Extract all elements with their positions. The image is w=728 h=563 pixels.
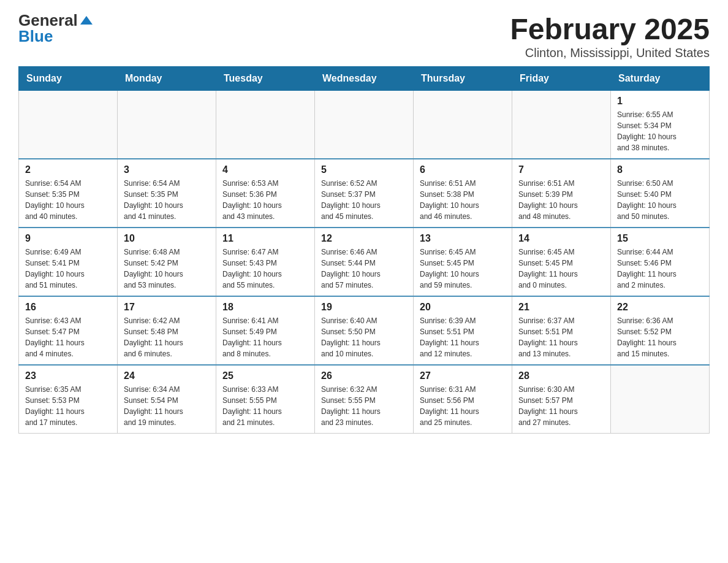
day-info: Sunrise: 6:54 AM Sunset: 5:35 PM Dayligh… [25, 178, 111, 222]
day-info: Sunrise: 6:39 AM Sunset: 5:51 PM Dayligh… [420, 315, 506, 359]
day-info: Sunrise: 6:51 AM Sunset: 5:38 PM Dayligh… [420, 178, 506, 222]
day-number: 19 [321, 302, 407, 313]
day-number: 9 [25, 233, 111, 244]
calendar-cell: 15Sunrise: 6:44 AM Sunset: 5:46 PM Dayli… [611, 228, 710, 296]
day-number: 25 [222, 370, 308, 381]
day-number: 14 [518, 233, 604, 244]
calendar-cell: 16Sunrise: 6:43 AM Sunset: 5:47 PM Dayli… [19, 296, 118, 365]
day-number: 18 [222, 302, 308, 313]
day-number: 22 [617, 302, 703, 313]
calendar-cell [118, 91, 216, 159]
calendar-table: SundayMondayTuesdayWednesdayThursdayFrid… [18, 66, 710, 434]
day-info: Sunrise: 6:48 AM Sunset: 5:42 PM Dayligh… [124, 247, 210, 291]
calendar-cell: 7Sunrise: 6:51 AM Sunset: 5:39 PM Daylig… [512, 159, 611, 228]
day-info: Sunrise: 6:45 AM Sunset: 5:45 PM Dayligh… [420, 247, 506, 291]
location-text: Clinton, Mississippi, United States [510, 46, 710, 60]
day-number: 5 [321, 164, 407, 175]
day-number: 6 [420, 164, 506, 175]
day-info: Sunrise: 6:50 AM Sunset: 5:40 PM Dayligh… [617, 178, 703, 222]
day-info: Sunrise: 6:43 AM Sunset: 5:47 PM Dayligh… [25, 315, 111, 359]
weekday-header-friday: Friday [512, 67, 611, 91]
calendar-cell [315, 91, 414, 159]
calendar-cell: 6Sunrise: 6:51 AM Sunset: 5:38 PM Daylig… [414, 159, 512, 228]
month-title: February 2025 [510, 12, 710, 46]
calendar-cell: 13Sunrise: 6:45 AM Sunset: 5:45 PM Dayli… [414, 228, 512, 296]
day-info: Sunrise: 6:40 AM Sunset: 5:50 PM Dayligh… [321, 315, 407, 359]
calendar-cell: 21Sunrise: 6:37 AM Sunset: 5:51 PM Dayli… [512, 296, 611, 365]
day-info: Sunrise: 6:34 AM Sunset: 5:54 PM Dayligh… [124, 384, 210, 428]
calendar-week-row: 23Sunrise: 6:35 AM Sunset: 5:53 PM Dayli… [19, 365, 710, 434]
day-number: 13 [420, 233, 506, 244]
day-info: Sunrise: 6:53 AM Sunset: 5:36 PM Dayligh… [222, 178, 308, 222]
day-info: Sunrise: 6:42 AM Sunset: 5:48 PM Dayligh… [124, 315, 210, 359]
day-info: Sunrise: 6:32 AM Sunset: 5:55 PM Dayligh… [321, 384, 407, 428]
calendar-cell: 19Sunrise: 6:40 AM Sunset: 5:50 PM Dayli… [315, 296, 414, 365]
day-number: 3 [124, 164, 210, 175]
calendar-cell: 9Sunrise: 6:49 AM Sunset: 5:41 PM Daylig… [19, 228, 118, 296]
day-number: 7 [518, 164, 604, 175]
day-number: 28 [518, 370, 604, 381]
calendar-cell: 20Sunrise: 6:39 AM Sunset: 5:51 PM Dayli… [414, 296, 512, 365]
calendar-week-row: 9Sunrise: 6:49 AM Sunset: 5:41 PM Daylig… [19, 228, 710, 296]
day-info: Sunrise: 6:45 AM Sunset: 5:45 PM Dayligh… [518, 247, 604, 291]
calendar-cell: 28Sunrise: 6:30 AM Sunset: 5:57 PM Dayli… [512, 365, 611, 434]
weekday-header-wednesday: Wednesday [315, 67, 414, 91]
calendar-cell: 23Sunrise: 6:35 AM Sunset: 5:53 PM Dayli… [19, 365, 118, 434]
day-info: Sunrise: 6:52 AM Sunset: 5:37 PM Dayligh… [321, 178, 407, 222]
day-number: 23 [25, 370, 111, 381]
calendar-week-row: 16Sunrise: 6:43 AM Sunset: 5:47 PM Dayli… [19, 296, 710, 365]
calendar-cell [512, 91, 611, 159]
day-info: Sunrise: 6:54 AM Sunset: 5:35 PM Dayligh… [124, 178, 210, 222]
day-number: 10 [124, 233, 210, 244]
calendar-cell: 22Sunrise: 6:36 AM Sunset: 5:52 PM Dayli… [611, 296, 710, 365]
calendar-cell: 26Sunrise: 6:32 AM Sunset: 5:55 PM Dayli… [315, 365, 414, 434]
logo-general-text: General [18, 12, 78, 28]
day-number: 1 [617, 96, 703, 107]
weekday-header-saturday: Saturday [611, 67, 710, 91]
calendar-cell [414, 91, 512, 159]
day-number: 4 [222, 164, 308, 175]
day-info: Sunrise: 6:49 AM Sunset: 5:41 PM Dayligh… [25, 247, 111, 291]
calendar-cell [611, 365, 710, 434]
calendar-cell: 4Sunrise: 6:53 AM Sunset: 5:36 PM Daylig… [216, 159, 315, 228]
calendar-cell [216, 91, 315, 159]
calendar-cell: 18Sunrise: 6:41 AM Sunset: 5:49 PM Dayli… [216, 296, 315, 365]
calendar-cell: 5Sunrise: 6:52 AM Sunset: 5:37 PM Daylig… [315, 159, 414, 228]
day-info: Sunrise: 6:46 AM Sunset: 5:44 PM Dayligh… [321, 247, 407, 291]
day-number: 17 [124, 302, 210, 313]
calendar-header-row: SundayMondayTuesdayWednesdayThursdayFrid… [19, 67, 710, 91]
day-info: Sunrise: 6:51 AM Sunset: 5:39 PM Dayligh… [518, 178, 604, 222]
day-number: 27 [420, 370, 506, 381]
title-section: February 2025 Clinton, Mississippi, Unit… [510, 12, 710, 60]
logo: General Blue [18, 12, 93, 44]
calendar-cell: 8Sunrise: 6:50 AM Sunset: 5:40 PM Daylig… [611, 159, 710, 228]
weekday-header-monday: Monday [118, 67, 216, 91]
page-header: General Blue February 2025 Clinton, Miss… [18, 12, 710, 60]
day-number: 16 [25, 302, 111, 313]
calendar-cell: 3Sunrise: 6:54 AM Sunset: 5:35 PM Daylig… [118, 159, 216, 228]
day-number: 8 [617, 164, 703, 175]
day-info: Sunrise: 6:35 AM Sunset: 5:53 PM Dayligh… [25, 384, 111, 428]
calendar-week-row: 1Sunrise: 6:55 AM Sunset: 5:34 PM Daylig… [19, 91, 710, 159]
calendar-cell: 2Sunrise: 6:54 AM Sunset: 5:35 PM Daylig… [19, 159, 118, 228]
calendar-cell: 12Sunrise: 6:46 AM Sunset: 5:44 PM Dayli… [315, 228, 414, 296]
day-info: Sunrise: 6:36 AM Sunset: 5:52 PM Dayligh… [617, 315, 703, 359]
day-info: Sunrise: 6:44 AM Sunset: 5:46 PM Dayligh… [617, 247, 703, 291]
weekday-header-thursday: Thursday [414, 67, 512, 91]
calendar-week-row: 2Sunrise: 6:54 AM Sunset: 5:35 PM Daylig… [19, 159, 710, 228]
weekday-header-sunday: Sunday [19, 67, 118, 91]
day-number: 26 [321, 370, 407, 381]
calendar-cell: 25Sunrise: 6:33 AM Sunset: 5:55 PM Dayli… [216, 365, 315, 434]
day-number: 2 [25, 164, 111, 175]
day-info: Sunrise: 6:31 AM Sunset: 5:56 PM Dayligh… [420, 384, 506, 428]
day-info: Sunrise: 6:55 AM Sunset: 5:34 PM Dayligh… [617, 109, 703, 153]
calendar-cell: 1Sunrise: 6:55 AM Sunset: 5:34 PM Daylig… [611, 91, 710, 159]
calendar-cell: 24Sunrise: 6:34 AM Sunset: 5:54 PM Dayli… [118, 365, 216, 434]
logo-triangle-icon [80, 16, 93, 25]
day-info: Sunrise: 6:41 AM Sunset: 5:49 PM Dayligh… [222, 315, 308, 359]
calendar-cell [19, 91, 118, 159]
day-number: 21 [518, 302, 604, 313]
calendar-cell: 10Sunrise: 6:48 AM Sunset: 5:42 PM Dayli… [118, 228, 216, 296]
day-number: 12 [321, 233, 407, 244]
day-number: 11 [222, 233, 308, 244]
